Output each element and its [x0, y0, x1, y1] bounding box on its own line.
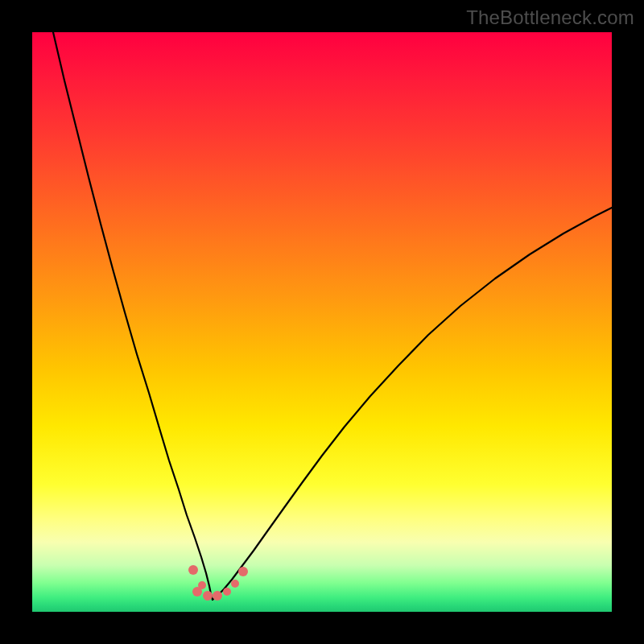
- plot-area: [32, 32, 612, 612]
- marker-dot: [203, 591, 213, 601]
- marker-dot: [192, 587, 202, 597]
- marker-dot: [231, 580, 239, 588]
- chart-svg: [32, 32, 612, 612]
- marker-dot: [238, 567, 248, 576]
- curve-right-branch: [213, 208, 612, 600]
- outer-frame: TheBottleneck.com: [0, 0, 644, 644]
- marker-dot: [223, 588, 231, 596]
- bottleneck-markers: [188, 565, 248, 601]
- curve-left-branch: [53, 32, 213, 600]
- marker-dot: [188, 565, 198, 575]
- marker-dot: [213, 591, 222, 601]
- watermark-text: TheBottleneck.com: [466, 6, 634, 29]
